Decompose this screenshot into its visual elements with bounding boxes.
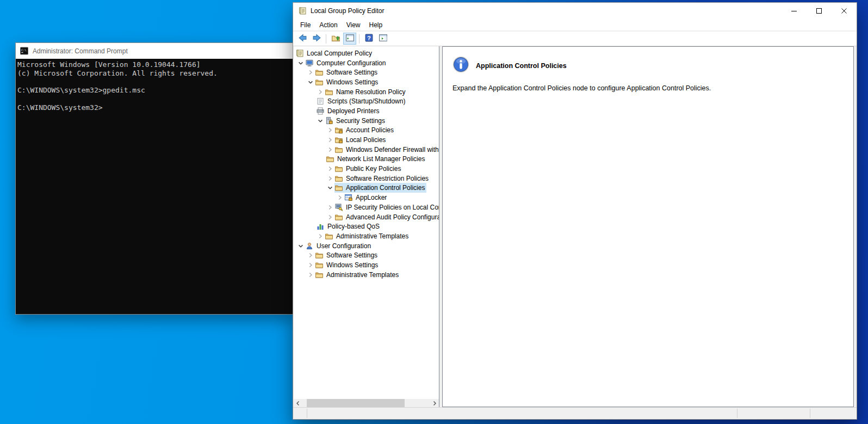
tree-item-content: Administrative Templates bbox=[315, 270, 400, 280]
tree-item-content: Software Settings bbox=[315, 67, 379, 77]
chevron-right-icon[interactable] bbox=[326, 174, 334, 183]
chevron-right-icon[interactable] bbox=[326, 213, 334, 222]
folder-icon bbox=[334, 145, 343, 154]
back-icon bbox=[298, 33, 307, 44]
folder-lock-icon bbox=[334, 126, 343, 134]
minimize-button[interactable] bbox=[782, 3, 807, 19]
tree-item-software-settings[interactable]: Software Settings bbox=[294, 250, 439, 260]
chevron-down-icon[interactable] bbox=[296, 59, 305, 67]
tree-item-content: Account Policies bbox=[334, 125, 395, 135]
tree-item-name-resolution-policy[interactable]: Name Resolution Policy bbox=[294, 87, 439, 97]
cmd-titlebar[interactable]: C:\ Administrator: Command Prompt bbox=[16, 43, 293, 59]
menu-action[interactable]: Action bbox=[315, 20, 342, 30]
maximize-icon bbox=[816, 7, 822, 15]
tree-item-scripts-startup-shutdown[interactable]: Scripts (Startup/Shutdown) bbox=[294, 96, 439, 106]
chevron-down-icon[interactable] bbox=[306, 78, 315, 87]
cmd-window: C:\ Administrator: Command Prompt Micros… bbox=[15, 42, 294, 315]
scrollbar-track[interactable] bbox=[302, 399, 430, 407]
scripts-icon bbox=[316, 97, 325, 106]
qos-chart-icon bbox=[316, 222, 325, 231]
chevron-right-icon[interactable] bbox=[326, 126, 334, 134]
chevron-right-icon[interactable] bbox=[326, 203, 334, 212]
tree-item-security-settings[interactable]: Security Settings bbox=[294, 116, 439, 126]
tree-item-administrative-templates[interactable]: Administrative Templates bbox=[294, 270, 439, 280]
menu-file[interactable]: File bbox=[296, 20, 315, 30]
menu-help[interactable]: Help bbox=[365, 20, 387, 30]
forward-button[interactable] bbox=[310, 33, 323, 45]
status-bar bbox=[293, 407, 857, 419]
user-icon bbox=[305, 242, 314, 250]
folder-icon bbox=[315, 261, 324, 269]
tree-item-applocker[interactable]: AppLocker bbox=[294, 193, 439, 202]
chevron-down-icon[interactable] bbox=[326, 183, 334, 192]
tree-item-application-control-policies[interactable]: Application Control Policies bbox=[294, 183, 439, 193]
menu-view[interactable]: View bbox=[342, 20, 365, 30]
chevron-right-icon[interactable] bbox=[306, 261, 315, 269]
chevron-down-icon[interactable] bbox=[316, 116, 325, 125]
chevron-right-icon[interactable] bbox=[306, 251, 315, 260]
tree-item-content: Public Key Policies bbox=[334, 164, 402, 174]
maximize-button[interactable] bbox=[807, 3, 832, 19]
tree-item-computer-configuration[interactable]: Computer Configuration bbox=[294, 58, 439, 68]
tree-horizontal-scrollbar[interactable] bbox=[294, 399, 439, 407]
tree-item-content: Windows Settings bbox=[315, 77, 380, 87]
detail-description: Expand the Application Control Policies … bbox=[443, 84, 853, 92]
toolbar-separator bbox=[326, 34, 326, 44]
tree-item-windows-settings[interactable]: Windows Settings bbox=[294, 260, 439, 270]
folder-icon bbox=[334, 164, 343, 173]
tree-item-account-policies[interactable]: Account Policies bbox=[294, 126, 439, 136]
tree-item-deployed-printers[interactable]: Deployed Printers bbox=[294, 106, 439, 116]
content-area: Local Computer PolicyComputer Configurat… bbox=[294, 46, 854, 407]
close-button[interactable] bbox=[832, 3, 857, 19]
chevron-right-icon[interactable] bbox=[326, 136, 334, 144]
up-one-level-button[interactable] bbox=[329, 33, 342, 45]
tree-item-network-list-manager-policies[interactable]: Network List Manager Policies bbox=[294, 155, 439, 164]
gpedit-window-title: Local Group Policy Editor bbox=[311, 7, 384, 15]
gpedit-titlebar[interactable]: Local Group Policy Editor bbox=[293, 3, 857, 19]
chevron-right-icon[interactable] bbox=[326, 164, 334, 173]
tree-item-content: Administrative Templates bbox=[325, 231, 410, 241]
tree-item-content: Local Policies bbox=[334, 135, 387, 145]
scroll-right-icon[interactable] bbox=[430, 399, 439, 407]
tree-item-content: Computer Configuration bbox=[305, 58, 387, 68]
tree-item-windows-settings[interactable]: Windows Settings bbox=[294, 77, 439, 87]
help-icon: ? bbox=[364, 33, 374, 44]
printer-icon bbox=[316, 107, 325, 115]
folder-icon bbox=[325, 88, 333, 96]
tree-item-ip-security-policies-on-local-com[interactable]: IP Security Policies on Local Com bbox=[294, 202, 439, 212]
chevron-right-icon[interactable] bbox=[316, 88, 325, 96]
chevron-right-icon[interactable] bbox=[336, 193, 344, 202]
chevron-right-icon[interactable] bbox=[306, 68, 315, 77]
tree-item-software-settings[interactable]: Software Settings bbox=[294, 67, 439, 77]
forward-icon bbox=[312, 33, 321, 44]
tree-item-advanced-audit-policy-configura[interactable]: Advanced Audit Policy Configura bbox=[294, 212, 439, 222]
chevron-right-icon[interactable] bbox=[306, 271, 315, 279]
tree-item-content: Policy-based QoS bbox=[316, 222, 381, 231]
tree-item-policy-based-qos[interactable]: Policy-based QoS bbox=[294, 222, 439, 231]
tree-item-label: Policy-based QoS bbox=[327, 223, 380, 230]
tree-item-administrative-templates[interactable]: Administrative Templates bbox=[294, 231, 439, 241]
chevron-right-icon[interactable] bbox=[326, 145, 334, 154]
scrollbar-thumb[interactable] bbox=[307, 399, 405, 407]
tree-item-public-key-policies[interactable]: Public Key Policies bbox=[294, 164, 439, 174]
tree-item-label: Administrative Templates bbox=[326, 271, 399, 279]
chevron-down-icon[interactable] bbox=[296, 242, 305, 250]
status-divider bbox=[737, 409, 737, 418]
tree-item-local-computer-policy[interactable]: Local Computer Policy bbox=[294, 48, 439, 58]
show-action-pane-button[interactable] bbox=[376, 33, 389, 45]
cmd-console-output[interactable]: Microsoft Windows [Version 10.0.19044.17… bbox=[16, 59, 293, 314]
tree-item-user-configuration[interactable]: User Configuration bbox=[294, 241, 439, 251]
help-button[interactable]: ? bbox=[362, 33, 375, 45]
tree-item-local-policies[interactable]: Local Policies bbox=[294, 135, 439, 145]
svg-text:C:\: C:\ bbox=[21, 48, 26, 52]
chevron-right-icon[interactable] bbox=[316, 232, 325, 241]
tree-item-label: Local Policies bbox=[346, 136, 386, 144]
tree-item-software-restriction-policies[interactable]: Software Restriction Policies bbox=[294, 174, 439, 183]
show-console-tree-button[interactable] bbox=[343, 33, 356, 45]
tree-item-windows-defender-firewall-with-a[interactable]: Windows Defender Firewall with A bbox=[294, 145, 439, 155]
scroll-left-icon[interactable] bbox=[294, 399, 302, 407]
tree-item-label: Account Policies bbox=[346, 126, 394, 134]
back-button[interactable] bbox=[296, 33, 309, 45]
tree-item-content: Windows Settings bbox=[315, 260, 380, 270]
folder-icon bbox=[334, 213, 343, 222]
